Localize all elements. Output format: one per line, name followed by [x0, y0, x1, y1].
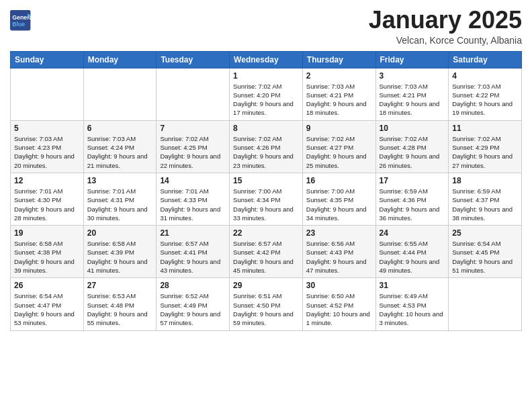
day-info: Sunrise: 7:01 AM Sunset: 4:33 PM Dayligh…: [160, 187, 226, 222]
calendar-cell: 22Sunrise: 6:57 AM Sunset: 4:42 PM Dayli…: [230, 226, 303, 278]
calendar-cell: [449, 278, 522, 330]
day-number: 17: [380, 176, 445, 185]
calendar-cell: 25Sunrise: 6:54 AM Sunset: 4:45 PM Dayli…: [449, 226, 522, 278]
day-number: 30: [306, 281, 372, 290]
day-header-monday: Monday: [83, 51, 157, 68]
day-number: 24: [380, 228, 445, 238]
day-info: Sunrise: 6:57 AM Sunset: 4:42 PM Dayligh…: [233, 239, 299, 275]
day-info: Sunrise: 6:55 AM Sunset: 4:44 PM Dayligh…: [380, 239, 445, 275]
day-header-saturday: Saturday: [449, 51, 522, 68]
day-number: 3: [380, 71, 445, 81]
calendar-cell: 16Sunrise: 7:00 AM Sunset: 4:35 PM Dayli…: [302, 173, 375, 225]
day-info: Sunrise: 7:00 AM Sunset: 4:35 PM Dayligh…: [306, 187, 372, 222]
day-info: Sunrise: 6:59 AM Sunset: 4:36 PM Dayligh…: [380, 187, 445, 222]
calendar-cell: 2Sunrise: 7:03 AM Sunset: 4:21 PM Daylig…: [302, 68, 375, 120]
calendar-cell: 14Sunrise: 7:01 AM Sunset: 4:33 PM Dayli…: [157, 173, 230, 225]
day-header-tuesday: Tuesday: [157, 51, 230, 68]
day-number: 20: [87, 228, 153, 238]
day-number: 14: [160, 176, 226, 185]
calendar-cell: 29Sunrise: 6:51 AM Sunset: 4:50 PM Dayli…: [230, 278, 303, 330]
calendar-cell: 11Sunrise: 7:02 AM Sunset: 4:29 PM Dayli…: [449, 120, 522, 173]
day-number: 15: [233, 176, 299, 185]
day-number: 8: [233, 124, 299, 133]
day-info: Sunrise: 7:01 AM Sunset: 4:30 PM Dayligh…: [14, 187, 80, 222]
day-info: Sunrise: 7:03 AM Sunset: 4:23 PM Dayligh…: [14, 134, 80, 170]
day-number: 26: [14, 281, 80, 290]
day-info: Sunrise: 7:02 AM Sunset: 4:26 PM Dayligh…: [233, 134, 299, 170]
day-info: Sunrise: 6:57 AM Sunset: 4:41 PM Dayligh…: [160, 239, 226, 275]
header: General Blue January 2025 Velcan, Korce …: [10, 7, 522, 46]
calendar-body: 1Sunrise: 7:02 AM Sunset: 4:20 PM Daylig…: [11, 68, 522, 330]
calendar-week-4: 19Sunrise: 6:58 AM Sunset: 4:38 PM Dayli…: [11, 226, 522, 278]
day-number: 13: [87, 176, 153, 185]
day-number: 25: [452, 228, 518, 238]
calendar-cell: [83, 68, 157, 120]
day-info: Sunrise: 7:00 AM Sunset: 4:34 PM Dayligh…: [233, 187, 299, 222]
day-info: Sunrise: 7:02 AM Sunset: 4:27 PM Dayligh…: [306, 134, 372, 170]
day-info: Sunrise: 7:03 AM Sunset: 4:22 PM Dayligh…: [452, 82, 518, 118]
calendar-cell: 8Sunrise: 7:02 AM Sunset: 4:26 PM Daylig…: [230, 120, 303, 173]
calendar-cell: 26Sunrise: 6:54 AM Sunset: 4:47 PM Dayli…: [11, 278, 84, 330]
calendar-cell: 18Sunrise: 6:59 AM Sunset: 4:37 PM Dayli…: [449, 173, 522, 225]
day-header-friday: Friday: [375, 51, 449, 68]
day-info: Sunrise: 6:50 AM Sunset: 4:52 PM Dayligh…: [306, 291, 372, 327]
day-number: 12: [14, 176, 80, 185]
calendar-cell: 31Sunrise: 6:49 AM Sunset: 4:53 PM Dayli…: [375, 278, 449, 330]
title-block: January 2025 Velcan, Korce County, Alban…: [369, 7, 522, 46]
calendar-cell: 19Sunrise: 6:58 AM Sunset: 4:38 PM Dayli…: [11, 226, 84, 278]
subtitle: Velcan, Korce County, Albania: [369, 35, 522, 46]
day-number: 1: [233, 71, 299, 81]
day-number: 2: [306, 71, 372, 81]
day-number: 22: [233, 228, 299, 238]
logo: General Blue: [10, 10, 34, 32]
calendar-cell: 20Sunrise: 6:58 AM Sunset: 4:39 PM Dayli…: [83, 226, 157, 278]
day-header-thursday: Thursday: [302, 51, 375, 68]
day-info: Sunrise: 6:49 AM Sunset: 4:53 PM Dayligh…: [380, 291, 445, 327]
day-number: 5: [14, 124, 80, 133]
svg-text:Blue: Blue: [12, 21, 25, 28]
day-header-wednesday: Wednesday: [230, 51, 303, 68]
day-number: 6: [87, 124, 153, 133]
day-number: 21: [160, 228, 226, 238]
day-info: Sunrise: 6:58 AM Sunset: 4:38 PM Dayligh…: [14, 239, 80, 275]
calendar-cell: 6Sunrise: 7:03 AM Sunset: 4:24 PM Daylig…: [83, 120, 157, 173]
day-number: 7: [160, 124, 226, 133]
calendar-cell: 7Sunrise: 7:02 AM Sunset: 4:25 PM Daylig…: [157, 120, 230, 173]
day-number: 10: [380, 124, 445, 133]
day-info: Sunrise: 6:54 AM Sunset: 4:45 PM Dayligh…: [452, 239, 518, 275]
day-info: Sunrise: 6:53 AM Sunset: 4:48 PM Dayligh…: [87, 291, 153, 327]
day-info: Sunrise: 7:03 AM Sunset: 4:24 PM Dayligh…: [87, 134, 153, 170]
calendar-week-3: 12Sunrise: 7:01 AM Sunset: 4:30 PM Dayli…: [11, 173, 522, 225]
calendar-page: General Blue January 2025 Velcan, Korce …: [0, 0, 532, 341]
calendar-cell: 12Sunrise: 7:01 AM Sunset: 4:30 PM Dayli…: [11, 173, 84, 225]
day-number: 9: [306, 124, 372, 133]
day-info: Sunrise: 6:58 AM Sunset: 4:39 PM Dayligh…: [87, 239, 153, 275]
calendar-week-5: 26Sunrise: 6:54 AM Sunset: 4:47 PM Dayli…: [11, 278, 522, 330]
day-info: Sunrise: 7:01 AM Sunset: 4:31 PM Dayligh…: [87, 187, 153, 222]
calendar-cell: 13Sunrise: 7:01 AM Sunset: 4:31 PM Dayli…: [83, 173, 157, 225]
calendar-cell: 1Sunrise: 7:02 AM Sunset: 4:20 PM Daylig…: [230, 68, 303, 120]
calendar-header-row: SundayMondayTuesdayWednesdayThursdayFrid…: [11, 51, 522, 68]
calendar-cell: 4Sunrise: 7:03 AM Sunset: 4:22 PM Daylig…: [449, 68, 522, 120]
day-number: 23: [306, 228, 372, 238]
calendar-table: SundayMondayTuesdayWednesdayThursdayFrid…: [10, 51, 522, 331]
day-number: 28: [160, 281, 226, 290]
day-number: 18: [452, 176, 518, 185]
day-number: 4: [452, 71, 518, 81]
calendar-cell: 23Sunrise: 6:56 AM Sunset: 4:43 PM Dayli…: [302, 226, 375, 278]
calendar-cell: 9Sunrise: 7:02 AM Sunset: 4:27 PM Daylig…: [302, 120, 375, 173]
day-info: Sunrise: 6:51 AM Sunset: 4:50 PM Dayligh…: [233, 291, 299, 327]
calendar-cell: 24Sunrise: 6:55 AM Sunset: 4:44 PM Dayli…: [375, 226, 449, 278]
calendar-cell: 5Sunrise: 7:03 AM Sunset: 4:23 PM Daylig…: [11, 120, 84, 173]
calendar-cell: [157, 68, 230, 120]
calendar-cell: 10Sunrise: 7:02 AM Sunset: 4:28 PM Dayli…: [375, 120, 449, 173]
calendar-week-1: 1Sunrise: 7:02 AM Sunset: 4:20 PM Daylig…: [11, 68, 522, 120]
day-number: 27: [87, 281, 153, 290]
calendar-cell: 27Sunrise: 6:53 AM Sunset: 4:48 PM Dayli…: [83, 278, 157, 330]
day-number: 29: [233, 281, 299, 290]
calendar-week-2: 5Sunrise: 7:03 AM Sunset: 4:23 PM Daylig…: [11, 120, 522, 173]
calendar-cell: 3Sunrise: 7:03 AM Sunset: 4:21 PM Daylig…: [375, 68, 449, 120]
day-info: Sunrise: 6:54 AM Sunset: 4:47 PM Dayligh…: [14, 291, 80, 327]
calendar-cell: 28Sunrise: 6:52 AM Sunset: 4:49 PM Dayli…: [157, 278, 230, 330]
day-number: 31: [380, 281, 445, 290]
